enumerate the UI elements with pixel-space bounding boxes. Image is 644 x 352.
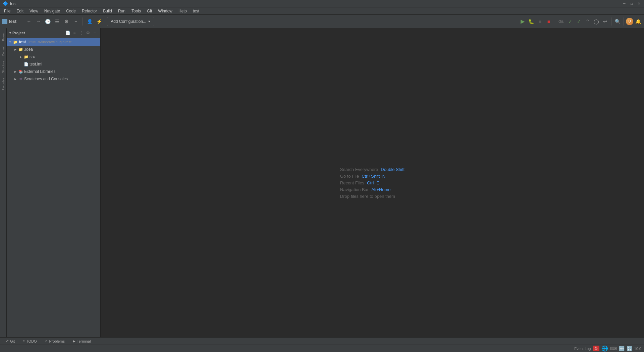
- menu-git[interactable]: Git: [144, 8, 155, 14]
- status-ime[interactable]: 英: [593, 346, 599, 351]
- run-group: ▶ 🐛 ■ ■ Git: ✓ ✓ ⇧ ◯ ↩ 🔍 U 🔔: [519, 17, 642, 26]
- menu-code[interactable]: Code: [63, 8, 78, 14]
- sidebar-close[interactable]: −: [92, 30, 98, 36]
- tree-label-idea: .idea: [24, 47, 33, 52]
- title-bar: 🔷 test ─ □ ✕: [0, 0, 644, 7]
- title-bar-left: 🔷 test: [3, 1, 16, 6]
- sidebar-collapse-all[interactable]: ≡: [71, 30, 77, 36]
- tab-problems[interactable]: ⚠ Problems: [43, 338, 66, 344]
- activity-structure[interactable]: Structure: [1, 59, 6, 75]
- stop-button[interactable]: ■: [545, 17, 553, 26]
- git-checkmark-2[interactable]: ✓: [575, 17, 583, 26]
- hint-search-shortcut: Double Shift: [381, 167, 405, 172]
- menu-test[interactable]: test: [190, 8, 202, 14]
- tree-icon-extlibs: 📚: [18, 69, 23, 74]
- menu-run[interactable]: Run: [115, 8, 128, 14]
- toolbar-sep-1: [22, 17, 22, 26]
- todo-tab-icon: ≡: [23, 339, 25, 343]
- hint-search-label: Search Everywhere: [340, 167, 378, 172]
- status-ime-4[interactable]: 🔤: [619, 346, 625, 351]
- main-layout: Project Commit Structure Favorites ▾ Pro…: [0, 28, 644, 337]
- menu-navigate[interactable]: Navigate: [42, 8, 63, 14]
- sidebar-header: ▾ Project 📄 ≡ ⋮ ⚙ −: [7, 28, 100, 38]
- sidebar-dropdown-icon: ▾: [9, 31, 11, 35]
- tree-label-extlibs: External Libraries: [24, 69, 55, 74]
- tree-label-testiml: test.iml: [30, 62, 42, 67]
- hint-search-everywhere: Search Everywhere Double Shift: [340, 167, 405, 172]
- tree-item-extlibs[interactable]: ▶ 📚 External Libraries: [7, 68, 100, 75]
- close-button[interactable]: ✕: [637, 1, 641, 6]
- hint-recent-files: Recent Files Ctrl+E: [340, 180, 405, 185]
- run-button[interactable]: ▶: [519, 17, 527, 26]
- activity-project[interactable]: Project: [1, 30, 6, 43]
- tree-arrow-idea: ▶: [13, 47, 17, 51]
- tab-git[interactable]: ⎇ Git: [3, 338, 17, 344]
- git-history-button[interactable]: ◯: [592, 17, 600, 26]
- tree-root-name: test: [19, 40, 26, 44]
- toolbar-sep-2: [83, 17, 83, 26]
- sidebar-new-file[interactable]: 📄: [65, 30, 71, 36]
- tab-todo[interactable]: ≡ TODO: [21, 338, 39, 344]
- status-ime-3[interactable]: ⌨: [610, 346, 617, 351]
- git-undo-button[interactable]: ↩: [601, 17, 609, 26]
- hint-recent-shortcut: Ctrl+E: [367, 180, 379, 185]
- toolbar-back-button[interactable]: ←: [25, 17, 33, 26]
- git-tab-icon: ⎇: [5, 339, 9, 343]
- tab-terminal[interactable]: ▶ Terminal: [71, 338, 93, 344]
- status-memory[interactable]: 10:0: [634, 347, 641, 351]
- tree-icon-scratches: ✏: [18, 77, 23, 81]
- status-ime-5[interactable]: 🔡: [627, 346, 632, 351]
- sidebar-settings[interactable]: ⚙: [85, 30, 91, 36]
- menu-view[interactable]: View: [27, 8, 41, 14]
- tree-item-testiml[interactable]: ▶ 📄 test.iml: [7, 60, 100, 68]
- hint-drop-files: Drop files here to open them: [340, 194, 405, 199]
- toolbar-forward-button[interactable]: →: [34, 17, 42, 26]
- tree-item-scratches[interactable]: ▶ ✏ Scratches and Consoles: [7, 75, 100, 83]
- tree-item-root[interactable]: ▼ 📁 test D:\MC\MinecraftPlugin\test: [7, 38, 100, 46]
- toolbar-recent-button[interactable]: 🕑: [44, 17, 52, 26]
- tree-arrow-scratches: ▶: [13, 77, 17, 81]
- bottom-tabs: ⎇ Git ≡ TODO ⚠ Problems ▶ Terminal: [0, 337, 644, 345]
- tree-icon-testiml: 📄: [24, 62, 29, 67]
- debug-button[interactable]: 🐛: [527, 17, 535, 26]
- maximize-button[interactable]: □: [629, 1, 634, 6]
- toolbar-lightning-button[interactable]: ⚡: [95, 17, 103, 26]
- tree-item-idea[interactable]: ▶ 📁 .idea: [7, 46, 100, 53]
- menu-refactor[interactable]: Refactor: [79, 8, 100, 14]
- menu-build[interactable]: Build: [100, 8, 115, 14]
- tree-item-src[interactable]: ▶ 📁 src: [7, 53, 100, 60]
- toolbar-profile-button[interactable]: 👤: [86, 17, 94, 26]
- search-everywhere-button[interactable]: 🔍: [613, 17, 622, 26]
- coverage-button[interactable]: ■: [536, 17, 544, 26]
- menu-help[interactable]: Help: [176, 8, 190, 14]
- tree-arrow-root: ▼: [8, 40, 12, 44]
- tree-icon-idea: 📁: [18, 47, 23, 52]
- project-logo-icon: [2, 19, 7, 24]
- file-tree: ▼ 📁 test D:\MC\MinecraftPlugin\test ▶ 📁 …: [7, 38, 100, 337]
- sidebar-expand-all[interactable]: ⋮: [78, 30, 84, 36]
- status-right: Event Log 英 🌐 ⌨ 🔤 🔡 10:0: [574, 345, 641, 352]
- minimize-button[interactable]: ─: [622, 1, 627, 6]
- menu-edit[interactable]: Edit: [14, 8, 26, 14]
- toolbar-settings-button[interactable]: ⚙: [62, 17, 70, 26]
- toolbar-minimize-panel-button[interactable]: −: [72, 17, 80, 26]
- status-event-log[interactable]: Event Log: [574, 347, 591, 351]
- status-ime-2[interactable]: 🌐: [601, 345, 608, 352]
- git-push-button[interactable]: ⇧: [584, 17, 592, 26]
- hint-recent-label: Recent Files: [340, 180, 364, 185]
- activity-commit[interactable]: Commit: [1, 44, 6, 58]
- git-checkmark-1[interactable]: ✓: [566, 17, 574, 26]
- tree-arrow-extlibs: ▶: [13, 70, 17, 74]
- sidebar-toolbar: 📄 ≡ ⋮ ⚙ −: [65, 30, 98, 36]
- user-avatar[interactable]: U: [626, 18, 633, 25]
- menu-bar: File Edit View Navigate Code Refactor Bu…: [0, 7, 644, 15]
- menu-file[interactable]: File: [1, 8, 13, 14]
- menu-window[interactable]: Window: [155, 8, 175, 14]
- tree-root-path: D:\MC\MinecraftPlugin\test: [28, 40, 71, 44]
- hint-navigation-bar: Navigation Bar Alt+Home: [340, 187, 405, 192]
- activity-favorites[interactable]: Favorites: [1, 76, 6, 92]
- toolbar-list-button[interactable]: ☰: [53, 17, 61, 26]
- add-configuration-button[interactable]: Add Configuration... ▼: [107, 17, 154, 26]
- notifications-button[interactable]: 🔔: [634, 17, 642, 26]
- menu-tools[interactable]: Tools: [129, 8, 144, 14]
